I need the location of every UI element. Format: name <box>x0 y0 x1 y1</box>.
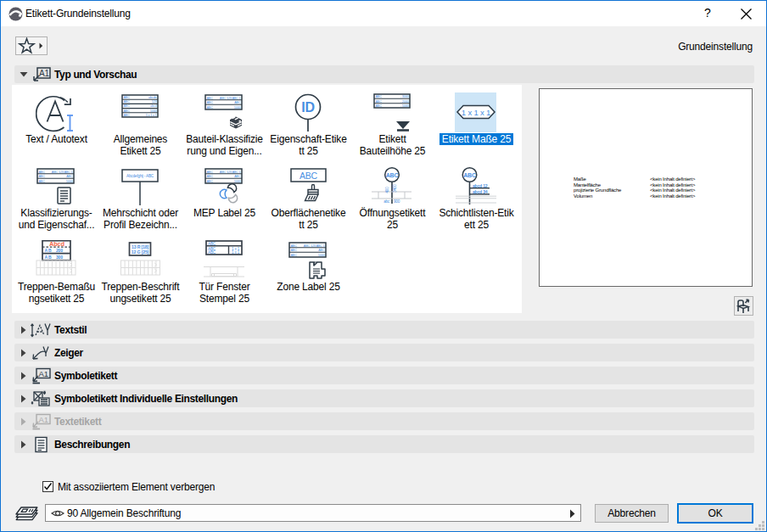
svg-text:A1: A1 <box>39 369 48 378</box>
svg-text:ABC: ABC <box>234 101 241 104</box>
svg-text:ABC: ABC <box>124 114 131 117</box>
svg-text:ABC: ABC <box>124 109 131 113</box>
svg-text:ABC: ABC <box>124 100 131 104</box>
svg-text:ABC: ABC <box>124 96 131 99</box>
svg-text:ID: ID <box>301 100 315 115</box>
svg-text:ABC: ABC <box>39 180 46 183</box>
svg-text:ABC: ABC <box>376 104 383 108</box>
svg-text:- 1000: - 1000 <box>400 104 409 108</box>
svg-text:- 2000: - 2000 <box>400 100 409 104</box>
svg-text:ABC: ABC <box>208 242 216 246</box>
svg-text:ABC: ABC <box>66 175 73 178</box>
svg-text:A B: A B <box>45 248 52 253</box>
svg-text:ABC: ABC <box>207 171 214 174</box>
svg-text:ABC: ABC <box>234 175 241 178</box>
svg-text:300: 300 <box>56 255 63 260</box>
svg-text:A B: A B <box>45 255 52 260</box>
svg-text:ABC: ABC <box>291 244 298 248</box>
svg-text:ABC 123 ABC 1: ABC 123 ABC 1 <box>304 244 325 248</box>
svg-text:1000: 1000 <box>66 180 73 183</box>
svg-text:ABC: ABC <box>124 104 131 108</box>
svg-text:ABC: ABC <box>39 171 46 174</box>
svg-text:ABC 123 ABC 1: ABC 123 ABC 1 <box>220 97 241 100</box>
svg-text:ABC: ABC <box>208 250 216 255</box>
svg-text:ABC: ABC <box>207 180 214 183</box>
svg-text:A1: A1 <box>39 415 48 424</box>
svg-text:abcd: abcd <box>150 104 157 108</box>
svg-text:12 G [25]: 12 G [25] <box>132 249 149 255</box>
svg-text:ABC: ABC <box>291 254 298 257</box>
svg-text:400: 400 <box>385 187 389 193</box>
svg-text:ABC: ABC <box>386 172 399 178</box>
svg-text:1 x 1 x 1: 1 x 1 x 1 <box>146 114 157 117</box>
svg-text:1000: 1000 <box>234 106 241 109</box>
svg-text:1000: 1000 <box>234 180 241 183</box>
svg-text:abcde: abcde <box>148 96 157 99</box>
svg-text:1000: 1000 <box>150 109 157 113</box>
svg-text:abcd 12: abcd 12 <box>473 183 488 188</box>
svg-text:ABC: ABC <box>207 101 214 104</box>
svg-text:1000: 1000 <box>318 254 325 257</box>
svg-text:ABC: ABC <box>207 97 214 100</box>
svg-text:200: 200 <box>56 248 63 253</box>
svg-text:3400: 3400 <box>393 184 397 193</box>
svg-text:ABC: ABC <box>376 95 383 98</box>
svg-text:abcd 34: abcd 34 <box>473 189 488 194</box>
svg-text:ABC 123 ABC 1: ABC 123 ABC 1 <box>220 171 241 174</box>
svg-text:ABC 123 ABC 1: ABC 123 ABC 1 <box>52 171 73 174</box>
svg-text:1 x 1 x 1: 1 x 1 x 1 <box>462 108 490 117</box>
svg-text:ABC: ABC <box>39 175 46 178</box>
svg-text:ABC: ABC <box>463 172 476 178</box>
svg-text:ABC: ABC <box>300 171 318 181</box>
svg-text:ABC: ABC <box>207 106 214 109</box>
svg-text:Abcdefghij - ABC: Abcdefghij - ABC <box>126 174 154 178</box>
svg-text:ABC: ABC <box>207 175 214 178</box>
svg-text:A1: A1 <box>39 69 49 78</box>
svg-text:ABC: ABC <box>291 249 298 252</box>
svg-text:ABC: ABC <box>318 249 325 252</box>
svg-text:ABC: ABC <box>376 100 383 104</box>
svg-text:abc: abc <box>384 199 390 204</box>
svg-text:1 x 1: 1 x 1 <box>232 250 240 255</box>
svg-text:123: 123 <box>152 100 157 104</box>
svg-text:Abcd: Abcd <box>49 240 65 248</box>
svg-text:- 3000: - 3000 <box>400 95 409 98</box>
svg-text:900: 900 <box>394 199 400 204</box>
